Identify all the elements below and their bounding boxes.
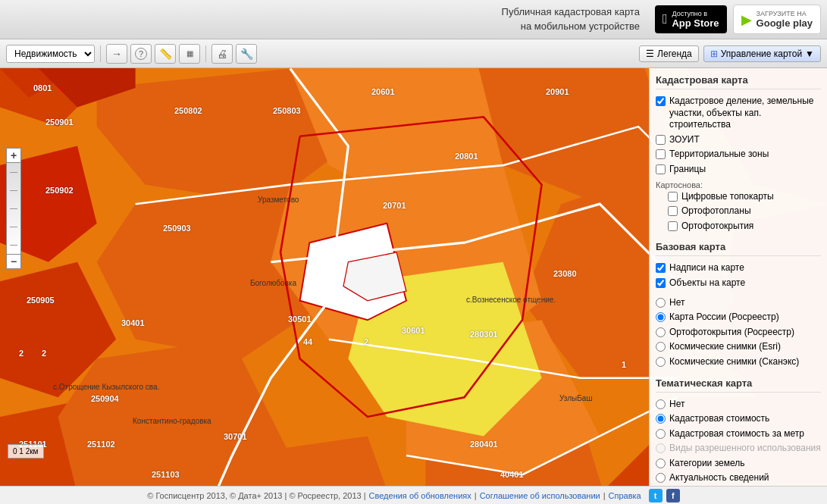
manage-map-button[interactable]: ⊞ Управление картой ▼ [703, 45, 821, 62]
th-item-6: Актуальность сведений [656, 471, 821, 486]
android-icon: ▶ [741, 11, 752, 28]
br-radio-4[interactable] [656, 342, 666, 352]
footer-link-help[interactable]: Справка [609, 491, 641, 500]
th-label-3[interactable]: Кадастровая стоимость за метр [669, 428, 804, 440]
cad-checkbox-1[interactable] [656, 96, 666, 106]
th-item-3: Кадастровая стоимость за метр [656, 427, 821, 442]
measure-tool[interactable]: 📏 [155, 44, 176, 64]
title-line2: на мобильном устройстве [521, 20, 640, 32]
footer-copyright: © Госписцентр 2013, © Дата+ 2013 | © Рос… [147, 491, 365, 500]
br-radio-5[interactable] [656, 357, 666, 367]
bs-checkbox-2[interactable] [668, 206, 678, 216]
bs-label-1[interactable]: Цифровые топокарты [681, 191, 774, 203]
cad-label-3[interactable]: Территориальные зоны [669, 149, 769, 161]
scale-label: 0 1 2км [13, 447, 39, 455]
th-item-1: Нет [656, 397, 821, 412]
zoom-tick [10, 245, 17, 246]
property-select[interactable]: Недвижимость [6, 45, 95, 63]
bs-item-1: Цифровые топокарты [668, 189, 821, 205]
bc-label-2[interactable]: Объекты на карте [669, 277, 745, 290]
th-radio-6[interactable] [656, 473, 666, 483]
th-label-4: Виды разрешенного использования [669, 443, 821, 455]
cad-label-1[interactable]: Кадастровое деление, земельные участки, … [669, 95, 821, 131]
print-tool[interactable]: 🖨 [211, 44, 233, 64]
layers-icon: ⊞ [710, 49, 718, 59]
bs-checkbox-3[interactable] [668, 221, 678, 231]
base-map-title: Базовая карта [656, 241, 821, 256]
header-title: Публичная кадастровая карта на мобильном… [502, 5, 640, 33]
legend-button[interactable]: ☰ Легенда [639, 45, 699, 62]
base-sub-items: Цифровые топокарты Ортофотопланы Ортофот… [656, 189, 821, 234]
header: Публичная кадастровая карта на мобильном… [0, 0, 827, 39]
settings-tool[interactable]: 🔧 [236, 44, 257, 64]
zoom-tick [10, 190, 17, 191]
twitter-icon[interactable]: t [649, 489, 663, 502]
thematic-section: Тематическая карта Нет Кадастровая стоим… [656, 377, 821, 487]
footer-link-updates[interactable]: Сведения об обновлениях [369, 491, 471, 500]
base-sublabel: Картоснова: [656, 180, 821, 189]
info-tool[interactable]: ? [130, 44, 152, 64]
br-label-2[interactable]: Карта России (Росреестр) [669, 311, 779, 324]
th-radio-4[interactable] [656, 443, 666, 453]
cursor-tool[interactable]: → [106, 44, 127, 64]
bs-item-3: Ортофотокрытия [668, 219, 821, 234]
br-radio-1[interactable] [656, 298, 666, 308]
cad-checkbox-4[interactable] [656, 164, 666, 174]
br-item-2: Карта России (Росреестр) [656, 310, 821, 325]
footer-link-agreement[interactable]: Соглашение об использовании [480, 491, 600, 500]
br-label-3[interactable]: Ортофотокрытия (Росреестр) [669, 327, 794, 339]
cadastral-section: Кадастровая карта Кадастровое деление, з… [656, 74, 821, 233]
th-item-5: Категории земель [656, 456, 821, 471]
toolbar: Недвижимость → ? 📏 ▦ 🖨 🔧 ☰ Легенда ⊞ Упр… [0, 39, 827, 68]
chevron-down-icon: ▼ [805, 49, 814, 59]
th-label-2[interactable]: Кадастровая стоимость [669, 413, 769, 425]
appstore-label: App Store [672, 17, 719, 29]
th-label-6[interactable]: Актуальность сведений [669, 472, 769, 484]
th-radio-2[interactable] [656, 414, 666, 424]
wrench-icon: 🔧 [240, 48, 253, 60]
cad-checkbox-3[interactable] [656, 149, 666, 159]
title-line1: Публичная кадастровая карта [502, 6, 640, 17]
area-tool[interactable]: ▦ [179, 44, 200, 64]
th-radio-1[interactable] [656, 399, 666, 409]
googleplay-sublabel: ЗАГРУЗИТЕ НА [757, 10, 813, 17]
cad-checkbox-2[interactable] [656, 135, 666, 145]
th-radio-5[interactable] [656, 459, 666, 468]
cad-label-2[interactable]: ЗОУИТ [669, 134, 700, 146]
zoom-slider[interactable] [6, 163, 21, 254]
appstore-button[interactable]:  Доступно в App Store [655, 5, 727, 33]
br-label-4[interactable]: Космические снимки (Esri) [669, 341, 781, 353]
toolbar-right: ☰ Легенда ⊞ Управление картой ▼ [639, 45, 821, 62]
base-map-section: Базовая карта Надписи на карте Объекты н… [656, 241, 821, 369]
facebook-icon[interactable]: f [666, 489, 680, 502]
bs-checkbox-1[interactable] [668, 192, 678, 202]
br-label-1[interactable]: Нет [669, 297, 684, 309]
bc-checkbox-2[interactable] [656, 278, 666, 288]
th-label-1[interactable]: Нет [669, 399, 684, 411]
cad-item-3: Территориальные зоны [656, 147, 821, 162]
br-item-4: Космические снимки (Esri) [656, 340, 821, 355]
thematic-title: Тематическая карта [656, 377, 821, 393]
zoom-out-button[interactable]: − [6, 254, 21, 269]
bs-label-3[interactable]: Ортофотокрытия [681, 221, 753, 233]
bs-label-2[interactable]: Ортофотопланы [681, 205, 751, 218]
zoom-controls: + − [6, 148, 21, 269]
social-icons: t f [649, 489, 680, 502]
br-radio-2[interactable] [656, 312, 666, 322]
br-item-1: Нет [656, 296, 821, 311]
br-radio-3[interactable] [656, 327, 666, 337]
apple-icon:  [663, 11, 668, 27]
area-icon: ▦ [186, 49, 193, 58]
th-radio-3[interactable] [656, 429, 666, 439]
cad-label-4[interactable]: Границы [669, 164, 706, 176]
bc-checkbox-1[interactable] [656, 263, 666, 273]
zoom-tick [10, 227, 17, 227]
br-label-5[interactable]: Космические снимки (Сканэкс) [669, 356, 799, 368]
zoom-in-button[interactable]: + [6, 148, 21, 163]
zoom-tick [10, 208, 17, 209]
th-item-4: Виды разрешенного использования [656, 441, 821, 456]
bc-label-1[interactable]: Надписи на карте [669, 262, 744, 274]
br-item-5: Космические снимки (Сканэкс) [656, 355, 821, 370]
googleplay-button[interactable]: ▶ ЗАГРУЗИТЕ НА Google play [733, 5, 821, 34]
th-label-5[interactable]: Категории земель [669, 458, 744, 470]
